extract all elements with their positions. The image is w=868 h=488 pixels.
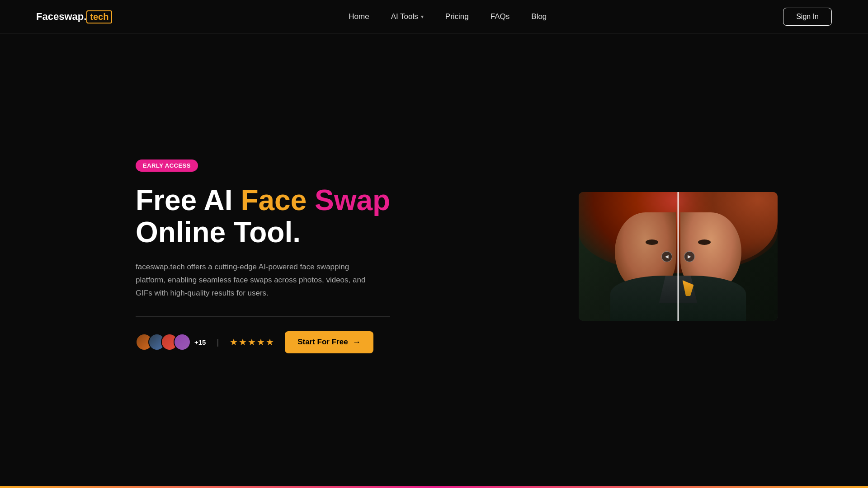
hero-divider <box>136 316 390 317</box>
star-icon: ★ <box>266 337 274 347</box>
star-icon: ★ <box>239 337 247 347</box>
start-for-free-button[interactable]: Start For Free → <box>285 331 373 353</box>
avatars-count: +15 <box>194 338 206 346</box>
hero-section: EARLY ACCESS Free AI Face Swap Online To… <box>0 34 868 479</box>
hero-title-orange: Face <box>241 184 315 216</box>
navbar: Faceswap.tech Home AI Tools ▾ Pricing FA… <box>0 0 868 34</box>
star-icon: ★ <box>248 337 256 347</box>
hero-title-white: Free AI <box>136 184 241 216</box>
hero-description: faceswap.tech offers a cutting-edge AI-p… <box>136 261 371 300</box>
logo[interactable]: Faceswap.tech <box>36 10 112 23</box>
avatars-group: +15 <box>136 333 206 351</box>
bottom-gradient-bar <box>0 486 868 488</box>
hero-title-pink: Swap <box>315 184 390 216</box>
sign-in-button[interactable]: Sign In <box>783 8 832 26</box>
nav-home[interactable]: Home <box>349 12 369 21</box>
hero-title: Free AI Face Swap Online Tool. <box>136 184 390 248</box>
hero-image-panel: ◀ ▶ <box>579 192 778 321</box>
logo-text-faceswap: Faceswap <box>36 11 84 23</box>
arrow-left-handle[interactable]: ◀ <box>661 251 672 262</box>
start-btn-label: Start For Free <box>297 338 348 347</box>
nav-pricing[interactable]: Pricing <box>445 12 469 21</box>
avatar <box>174 333 191 351</box>
scene-arrow-handles[interactable]: ◀ ▶ <box>661 251 695 262</box>
nav-ai-tools[interactable]: AI Tools ▾ <box>391 12 424 21</box>
star-rating: ★ ★ ★ ★ ★ <box>230 337 274 347</box>
eye-right <box>698 239 711 245</box>
hero-cta-row: +15 | ★ ★ ★ ★ ★ Start For Free → <box>136 331 390 353</box>
chevron-down-icon: ▾ <box>421 14 424 20</box>
star-icon: ★ <box>257 337 265 347</box>
nav-blog[interactable]: Blog <box>531 12 547 21</box>
star-icon: ★ <box>230 337 238 347</box>
nav-links: Home AI Tools ▾ Pricing FAQs Blog <box>349 12 547 21</box>
logo-text-tech: tech <box>86 10 112 23</box>
rating-divider: | <box>217 338 219 347</box>
hero-left-content: EARLY ACCESS Free AI Face Swap Online To… <box>136 160 390 353</box>
scene: ◀ ▶ <box>579 192 778 321</box>
hero-title-line2: Online Tool. <box>136 216 301 249</box>
face-swap-preview: ◀ ▶ <box>579 192 778 321</box>
eye-left <box>646 239 658 245</box>
early-access-badge: EARLY ACCESS <box>136 160 198 172</box>
arrow-right-handle[interactable]: ▶ <box>684 251 695 262</box>
arrow-right-icon: → <box>353 338 361 347</box>
nav-faqs[interactable]: FAQs <box>491 12 510 21</box>
